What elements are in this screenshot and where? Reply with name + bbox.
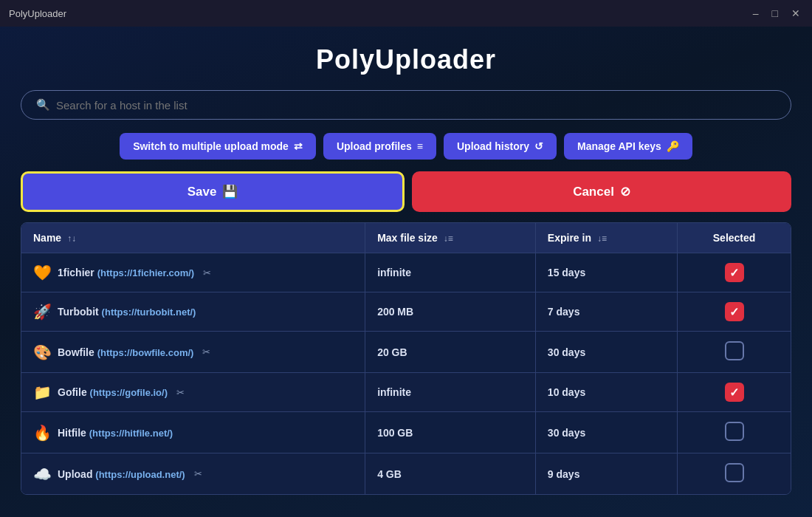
cell-expire-in: 9 days [535,453,677,495]
sort-name-icon: ↑↓ [67,233,76,244]
cell-expire-in: 30 days [535,332,677,373]
hosts-table: Name ↑↓ Max file size ↓≡ Expire in ↓≡ Se… [21,223,791,494]
maximize-button[interactable]: □ [769,6,781,21]
cell-expire-in: 15 days [535,253,677,292]
minimize-button[interactable]: – [750,6,762,21]
host-icon: 🧡 [33,264,52,281]
host-link[interactable]: (https://turbobit.net/) [102,307,196,318]
cell-selected [678,453,791,495]
cell-max-file-size: 20 GB [365,332,536,373]
search-bar: 🔍 [21,90,791,120]
switch-mode-button[interactable]: Switch to multiple upload mode ⇄ [120,133,316,160]
col-name[interactable]: Name ↑↓ [21,223,365,253]
host-icon: ☁️ [33,465,52,483]
checkbox-checked[interactable]: ✓ [725,383,744,402]
edit-icon[interactable]: ✂ [194,468,202,479]
cell-expire-in: 7 days [535,292,677,332]
col-expire-in[interactable]: Expire in ↓≡ [535,223,677,253]
cancel-label: Cancel [573,185,614,199]
cell-name: ☁️Upload (https://upload.net/)✂ [21,453,365,495]
toolbar: Switch to multiple upload mode ⇄ Upload … [21,133,791,160]
cell-max-file-size: 200 MB [365,292,536,332]
cancel-button[interactable]: Cancel ⊘ [412,171,791,212]
cell-name: 📁Gofile (https://gofile.io/)✂ [21,373,365,412]
host-link[interactable]: (https://upload.net/) [95,469,185,480]
manage-api-icon: 🔑 [667,140,679,152]
host-name-text: Gofile (https://gofile.io/) [58,386,168,398]
cell-name: 🎨Bowfile (https://bowfile.com/)✂ [21,332,365,373]
upload-history-button[interactable]: Upload history ↺ [444,133,557,160]
col-selected: Selected [678,223,791,253]
col-max-file-size[interactable]: Max file size ↓≡ [365,223,536,253]
edit-icon[interactable]: ✂ [203,267,211,278]
checkmark-icon: ✓ [729,386,739,400]
switch-mode-icon: ⇄ [294,140,303,152]
upload-profiles-button[interactable]: Upload profiles ≡ [323,133,436,160]
cell-selected: ✓ [678,292,791,332]
checkmark-icon: ✓ [729,266,739,280]
host-link[interactable]: (https://1fichier.com/) [97,267,194,278]
cell-max-file-size: 4 GB [365,453,536,495]
titlebar-title: PolyUploader [9,8,66,19]
upload-history-icon: ↺ [534,140,543,152]
manage-api-label: Manage API keys [577,140,661,152]
table-row: 🔥Hitfile (https://hitfile.net/)100 GB30 … [21,412,791,453]
host-name-text: Turbobit (https://turbobit.net/) [58,306,196,318]
main-content: PolyUploader 🔍 Switch to multiple upload… [0,27,812,495]
cell-expire-in: 30 days [535,412,677,453]
save-button[interactable]: Save 💾 [21,171,405,212]
edit-icon[interactable]: ✂ [202,346,210,357]
cell-name: 🚀Turbobit (https://turbobit.net/) [21,292,365,332]
checkbox-checked[interactable]: ✓ [725,263,744,282]
cell-expire-in: 10 days [535,373,677,412]
action-row: Save 💾 Cancel ⊘ [21,171,791,212]
host-link[interactable]: (https://bowfile.com/) [97,347,194,358]
cell-max-file-size: infinite [365,373,536,412]
cell-name: 🔥Hitfile (https://hitfile.net/) [21,412,365,453]
app-title: PolyUploader [21,44,791,75]
table-body: 🧡1fichier (https://1fichier.com/)✂infini… [21,253,791,495]
sort-size-icon: ↓≡ [444,233,453,244]
host-name-text: 1fichier (https://1fichier.com/) [58,267,194,278]
checkbox-unchecked[interactable] [725,341,744,360]
table-header: Name ↑↓ Max file size ↓≡ Expire in ↓≡ Se… [21,223,791,253]
host-name-text: Hitfile (https://hitfile.net/) [58,427,173,439]
sort-expire-icon: ↓≡ [597,233,607,244]
host-name-text: Upload (https://upload.net/) [58,468,185,480]
search-icon: 🔍 [36,98,50,112]
host-link[interactable]: (https://hitfile.net/) [89,428,173,439]
titlebar: PolyUploader – □ ✕ [0,0,812,27]
table-row: ☁️Upload (https://upload.net/)✂4 GB9 day… [21,453,791,495]
table-row: 🚀Turbobit (https://turbobit.net/)200 MB7… [21,292,791,332]
save-label: Save [187,185,217,199]
search-input[interactable] [56,99,776,112]
titlebar-controls: – □ ✕ [750,6,803,21]
checkbox-checked[interactable]: ✓ [725,302,744,321]
hosts-table-wrapper: Name ↑↓ Max file size ↓≡ Expire in ↓≡ Se… [21,222,791,495]
cell-selected [678,412,791,453]
manage-api-button[interactable]: Manage API keys 🔑 [564,133,692,160]
edit-icon[interactable]: ✂ [176,387,185,398]
switch-mode-label: Switch to multiple upload mode [133,140,289,152]
cancel-icon: ⊘ [620,184,630,199]
save-icon: 💾 [222,184,238,199]
close-button[interactable]: ✕ [788,6,803,21]
host-icon: 🔥 [33,424,52,442]
host-icon: 🚀 [33,303,52,321]
host-name-text: Bowfile (https://bowfile.com/) [58,346,193,358]
upload-history-label: Upload history [457,140,529,152]
cell-max-file-size: 100 GB [365,412,536,453]
cell-name: 🧡1fichier (https://1fichier.com/)✂ [21,253,365,292]
cell-selected [678,332,791,373]
host-icon: 📁 [33,383,52,401]
host-link[interactable]: (https://gofile.io/) [90,387,168,398]
table-row: 🧡1fichier (https://1fichier.com/)✂infini… [21,253,791,292]
cell-selected: ✓ [678,253,791,292]
upload-profiles-label: Upload profiles [337,140,412,152]
checkbox-unchecked[interactable] [725,422,744,441]
upload-profiles-icon: ≡ [417,140,423,152]
checkbox-unchecked[interactable] [725,463,744,482]
table-row: 📁Gofile (https://gofile.io/)✂infinite10 … [21,373,791,412]
checkmark-icon: ✓ [729,305,739,319]
cell-selected: ✓ [678,373,791,412]
